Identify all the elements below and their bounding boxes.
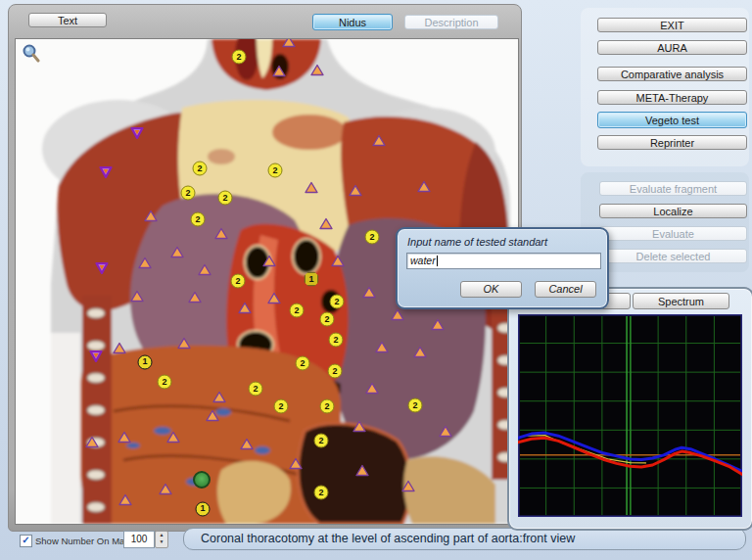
yellow-circle-marker[interactable]: 2	[193, 162, 208, 176]
spin-up-icon[interactable]: ▲	[156, 532, 167, 538]
orange-triangle-marker[interactable]	[372, 133, 386, 151]
orange-triangle-marker[interactable]	[170, 245, 184, 262]
evaluate-button[interactable]: Evaluate	[599, 226, 747, 241]
yellow-circle-marker[interactable]: 2	[191, 212, 206, 227]
localize-button[interactable]: Localize	[599, 204, 747, 218]
orange-triangle-marker[interactable]	[310, 63, 324, 80]
tab-text[interactable]: Text	[28, 13, 107, 27]
yellow-circle-marker[interactable]: 2	[314, 434, 329, 448]
orange-triangle-marker[interactable]	[118, 492, 132, 510]
yellow-circle-marker[interactable]: 2	[249, 382, 263, 397]
comparative-analysis-button[interactable]: Comparative analysis	[597, 67, 747, 81]
marker-size-stepper[interactable]: ▲ ▼	[155, 531, 168, 548]
orange-triangle-marker[interactable]	[198, 262, 212, 280]
yellow-circle-marker[interactable]: 2	[274, 399, 289, 414]
orange-triangle-marker[interactable]	[355, 463, 369, 481]
reprinter-button[interactable]: Reprinter	[597, 135, 747, 150]
delete-selected-button[interactable]: Delete selected	[599, 249, 747, 263]
yellow-circle-marker[interactable]: 2	[330, 295, 345, 309]
orange-triangle-marker[interactable]	[272, 64, 286, 81]
orange-triangle-marker[interactable]	[349, 183, 362, 201]
dark-yellow-hexagon-marker[interactable]: 1	[305, 272, 319, 287]
magnifier-icon[interactable]	[22, 43, 41, 63]
yellow-circle-marker[interactable]: 2	[408, 398, 423, 413]
checkmark-icon: ✓	[22, 535, 29, 545]
evaluate-fragment-button[interactable]: Evaluate fragment	[599, 181, 747, 196]
tab-description[interactable]: Description	[404, 15, 498, 29]
meta-therapy-button[interactable]: META-Therapy	[597, 90, 747, 105]
spin-down-icon[interactable]: ▼	[156, 538, 167, 545]
yellow-circle-marker[interactable]: 2	[232, 50, 247, 65]
green-circle-marker[interactable]	[193, 471, 211, 489]
orange-triangle-marker[interactable]	[212, 390, 226, 407]
orange-triangle-marker[interactable]	[401, 479, 415, 496]
orange-triangle-marker[interactable]	[138, 256, 152, 273]
yellow-circle-marker[interactable]: 2	[320, 399, 335, 414]
purple-triangle-marker[interactable]	[89, 349, 103, 366]
yellow-circle-marker[interactable]: 2	[296, 356, 310, 371]
orange-triangle-marker[interactable]	[238, 301, 252, 318]
standard-name-input[interactable]: water	[406, 253, 601, 269]
text-caret	[437, 256, 438, 266]
orange-triangle-marker[interactable]	[113, 341, 126, 358]
orange-triangle-marker[interactable]	[375, 340, 389, 357]
orange-triangle-marker[interactable]	[267, 291, 281, 308]
spectrum-chart	[518, 314, 742, 517]
orange-triangle-marker[interactable]	[262, 254, 276, 271]
orange-triangle-marker[interactable]	[85, 435, 99, 452]
aura-button[interactable]: AURA	[597, 40, 747, 55]
purple-triangle-marker[interactable]	[99, 164, 113, 182]
orange-triangle-marker[interactable]	[282, 38, 296, 52]
show-number-checkbox[interactable]: ✓	[20, 535, 32, 547]
orange-triangle-marker[interactable]	[118, 430, 131, 447]
dialog-title: Input name of tested standart	[407, 236, 547, 248]
orange-triangle-marker[interactable]	[166, 430, 180, 447]
purple-triangle-marker[interactable]	[130, 125, 144, 143]
yellow-circle-marker[interactable]: 2	[268, 163, 283, 178]
yellow-circle-marker[interactable]: 2	[365, 230, 380, 245]
orange-triangle-marker[interactable]	[413, 345, 427, 362]
status-bar: Coronal thoracotomy at the level of asce…	[183, 528, 746, 550]
app-root: { "top_tabs": [ {"label": "Text", "state…	[0, 0, 752, 560]
orange-triangle-marker[interactable]	[352, 419, 366, 437]
orange-triangle-marker[interactable]	[431, 317, 445, 335]
orange-triangle-marker[interactable]	[362, 285, 376, 303]
yellow-circle-marker[interactable]: 2	[328, 364, 343, 379]
tab-nidus[interactable]: Nidus	[312, 14, 393, 30]
input-standard-dialog: Input name of tested standart water OK C…	[396, 227, 609, 309]
ok-button[interactable]: OK	[460, 281, 522, 298]
yellow-circle-marker[interactable]: 2	[320, 312, 335, 327]
orange-triangle-marker[interactable]	[417, 179, 431, 197]
orange-triangle-marker[interactable]	[240, 437, 254, 454]
orange-triangle-marker[interactable]	[331, 254, 345, 271]
yellow-circle-marker[interactable]: 2	[290, 303, 305, 318]
orange-triangle-marker[interactable]	[159, 482, 172, 499]
orange-triangle-marker[interactable]	[305, 180, 318, 198]
orange-triangle-marker[interactable]	[365, 381, 379, 398]
orange-triangle-marker[interactable]	[214, 226, 228, 244]
orange-triangle-marker[interactable]	[177, 336, 191, 353]
orange-triangle-marker[interactable]	[289, 456, 303, 474]
cancel-button[interactable]: Cancel	[535, 281, 596, 298]
orange-triangle-marker[interactable]	[206, 408, 219, 426]
yellow-circle-marker[interactable]: 2	[158, 375, 172, 390]
orange-triangle-marker[interactable]	[391, 307, 404, 325]
orange-triangle-marker[interactable]	[130, 289, 144, 306]
yellow-circle-marker[interactable]: 2	[218, 191, 233, 206]
orange-triangle-marker[interactable]	[439, 424, 452, 442]
orange-triangle-marker[interactable]	[188, 290, 202, 307]
yellow-circle-marker[interactable]: 2	[314, 486, 329, 500]
orange-triangle-marker[interactable]	[319, 216, 333, 234]
yellow-circle-marker[interactable]: 2	[181, 186, 196, 201]
yellow-circle-black-border-marker[interactable]: 1	[196, 502, 211, 517]
orange-triangle-marker[interactable]	[144, 209, 158, 226]
yellow-circle-marker[interactable]: 2	[231, 274, 246, 289]
vegeto-test-button[interactable]: Vegeto test	[597, 112, 747, 128]
exit-button[interactable]: EXIT	[597, 18, 747, 32]
marker-size-value[interactable]: 100	[123, 531, 155, 548]
spectrum-tab-button[interactable]: Spectrum	[633, 293, 729, 309]
yellow-circle-marker[interactable]: 2	[329, 333, 344, 348]
purple-triangle-marker[interactable]	[95, 260, 109, 278]
yellow-circle-black-border-marker[interactable]: 1	[138, 355, 153, 370]
